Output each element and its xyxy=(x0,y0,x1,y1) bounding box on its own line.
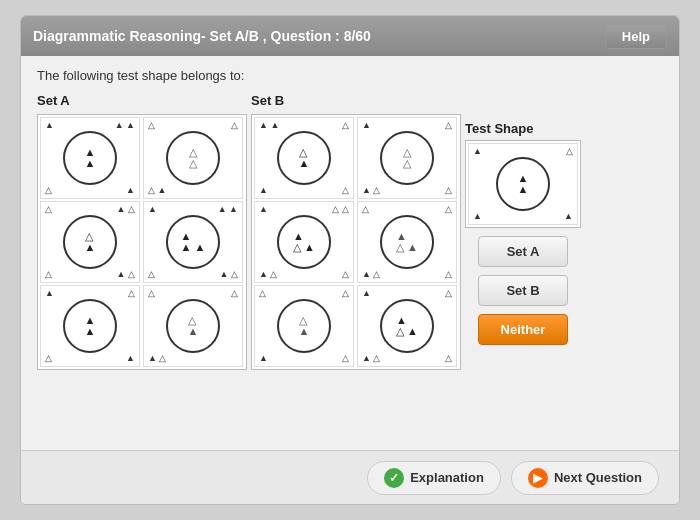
corner-tl-b1: ▲ ▲ xyxy=(259,121,279,130)
corner-tr-a5: △ xyxy=(128,289,135,298)
corner-tr-a1: ▲ ▲ xyxy=(115,121,135,130)
corner-tl-a5: ▲ xyxy=(45,289,54,298)
cell-a1: ▲ ▲ ▲ ▲▲ △ ▲ xyxy=(40,117,140,199)
cell-b4: △ △ ▲△ ▲ ▲ △ △ xyxy=(357,201,457,283)
set-b-label: Set B xyxy=(251,93,461,108)
corner-br-a4: ▲ △ xyxy=(220,270,238,279)
set-b-panel: Set B ▲ ▲ △ △▲ ▲ △ ▲ △ xyxy=(251,93,461,438)
inner-tri-a5: ▲▲ xyxy=(85,315,96,337)
set-a-panel: Set A ▲ ▲ ▲ ▲▲ △ ▲ △ △ xyxy=(37,93,247,438)
corner-bl-b1: ▲ xyxy=(259,186,268,195)
cell-a2: △ △ △△ △ ▲ xyxy=(143,117,243,199)
corner-tr-b1: △ xyxy=(342,121,349,130)
neither-button[interactable]: Neither xyxy=(478,314,568,345)
test-shape-wrapper: Test Shape ▲ △ ▲▲ ▲ ▲ xyxy=(465,121,581,228)
circle-a3: △▲ xyxy=(63,215,117,269)
cell-a6: △ △ △▲ ▲ △ xyxy=(143,285,243,367)
test-shape-label: Test Shape xyxy=(465,121,581,136)
help-button[interactable]: Help xyxy=(605,24,667,49)
next-question-button[interactable]: ▶ Next Question xyxy=(511,461,659,495)
cell-b2: ▲ △ △△ ▲ △ △ xyxy=(357,117,457,199)
circle-a1: ▲▲ xyxy=(63,131,117,185)
corner-br-b3: △ xyxy=(342,270,349,279)
inner-tri-b4: ▲△ ▲ xyxy=(396,231,418,253)
next-icon: ▶ xyxy=(528,468,548,488)
corner-tr-a6: △ xyxy=(231,289,238,298)
cell-b6: ▲ △ ▲△ ▲ ▲ △ △ xyxy=(357,285,457,367)
corner-br-a1: ▲ xyxy=(126,186,135,195)
inner-tri-b5: △▲ xyxy=(299,315,310,337)
cell-a3: △ ▲ △ △▲ △ ▲ △ xyxy=(40,201,140,283)
circle-b1: △▲ xyxy=(277,131,331,185)
corner-bl-test: ▲ xyxy=(473,212,482,221)
corner-tl-a2: △ xyxy=(148,121,155,130)
set-b-button[interactable]: Set B xyxy=(478,275,568,306)
test-cell: ▲ △ ▲▲ ▲ ▲ xyxy=(468,143,578,225)
inner-tri-b3: ▲△ ▲ xyxy=(293,231,315,253)
corner-tr-b5: △ xyxy=(342,289,349,298)
sets-area: Set A ▲ ▲ ▲ ▲▲ △ ▲ △ △ xyxy=(37,93,663,438)
corner-br-a5: ▲ xyxy=(126,354,135,363)
instruction-text: The following test shape belongs to: xyxy=(37,68,663,83)
corner-tl-b3: ▲ xyxy=(259,205,268,214)
corner-tl-b4: △ xyxy=(362,205,369,214)
inner-tri-b1: △▲ xyxy=(299,147,310,169)
main-container: Diagrammatic Reasoning- Set A/B , Questi… xyxy=(20,15,680,505)
circle-a4: ▲▲ ▲ xyxy=(166,215,220,269)
corner-bl-b2: ▲ △ xyxy=(362,186,380,195)
cell-b1: ▲ ▲ △ △▲ ▲ △ xyxy=(254,117,354,199)
circle-a5: ▲▲ xyxy=(63,299,117,353)
header-title: Diagrammatic Reasoning- Set A/B , Questi… xyxy=(33,28,371,44)
inner-tri-b6: ▲△ ▲ xyxy=(396,315,418,337)
circle-b4: ▲△ ▲ xyxy=(380,215,434,269)
corner-br-b5: △ xyxy=(342,354,349,363)
corner-tl-test: ▲ xyxy=(473,147,482,156)
corner-tr-b6: △ xyxy=(445,289,452,298)
set-a-label: Set A xyxy=(37,93,247,108)
explanation-button[interactable]: ✓ Explanation xyxy=(367,461,501,495)
cell-b5: △ △ △▲ ▲ △ xyxy=(254,285,354,367)
corner-tr-a3: ▲ △ xyxy=(117,205,135,214)
corner-tl-a4: ▲ xyxy=(148,205,157,214)
corner-bl-a5: △ xyxy=(45,354,52,363)
inner-tri-a1: ▲▲ xyxy=(85,147,96,169)
circle-b3: ▲△ ▲ xyxy=(277,215,331,269)
corner-bl-a6: ▲ △ xyxy=(148,354,166,363)
corner-tl-b5: △ xyxy=(259,289,266,298)
corner-br-b2: △ xyxy=(445,186,452,195)
corner-bl-b3: ▲ △ xyxy=(259,270,277,279)
right-panel: Test Shape ▲ △ ▲▲ ▲ ▲ Set A xyxy=(465,93,581,438)
corner-tl-a6: △ xyxy=(148,289,155,298)
corner-br-b4: △ xyxy=(445,270,452,279)
corner-tr-a4: ▲ ▲ xyxy=(218,205,238,214)
inner-tri-a2: △△ xyxy=(189,147,197,169)
circle-test: ▲▲ xyxy=(496,157,550,211)
corner-bl-a3: △ xyxy=(45,270,52,279)
inner-tri-a3: △▲ xyxy=(85,231,96,253)
set-b-grid: ▲ ▲ △ △▲ ▲ △ ▲ △ △△ xyxy=(251,114,461,370)
cell-a4: ▲ ▲ ▲ ▲▲ ▲ △ ▲ △ xyxy=(143,201,243,283)
inner-tri-a4: ▲▲ ▲ xyxy=(181,231,206,253)
corner-tl-b2: ▲ xyxy=(362,121,371,130)
corner-bl-a2: △ ▲ xyxy=(148,186,166,195)
cell-a5: ▲ △ ▲▲ △ ▲ xyxy=(40,285,140,367)
corner-bl-b6: ▲ △ xyxy=(362,354,380,363)
corner-tr-b3: △ △ xyxy=(332,205,349,214)
corner-tl-b6: ▲ xyxy=(362,289,371,298)
corner-br-b1: △ xyxy=(342,186,349,195)
content-area: The following test shape belongs to: Set… xyxy=(21,56,679,450)
inner-tri-a6: △▲ xyxy=(188,315,199,337)
explanation-icon: ✓ xyxy=(384,468,404,488)
corner-bl-a1: △ xyxy=(45,186,52,195)
inner-tri-b2: △△ xyxy=(403,147,411,169)
corner-tr-b2: △ xyxy=(445,121,452,130)
circle-a2: △△ xyxy=(166,131,220,185)
corner-tr-test: △ xyxy=(566,147,573,156)
test-shape-grid: ▲ △ ▲▲ ▲ ▲ xyxy=(465,140,581,228)
corner-br-a3: ▲ △ xyxy=(117,270,135,279)
corner-tr-b4: △ xyxy=(445,205,452,214)
circle-a6: △▲ xyxy=(166,299,220,353)
corner-br-b6: △ xyxy=(445,354,452,363)
corner-tl-a3: △ xyxy=(45,205,52,214)
set-a-button[interactable]: Set A xyxy=(478,236,568,267)
